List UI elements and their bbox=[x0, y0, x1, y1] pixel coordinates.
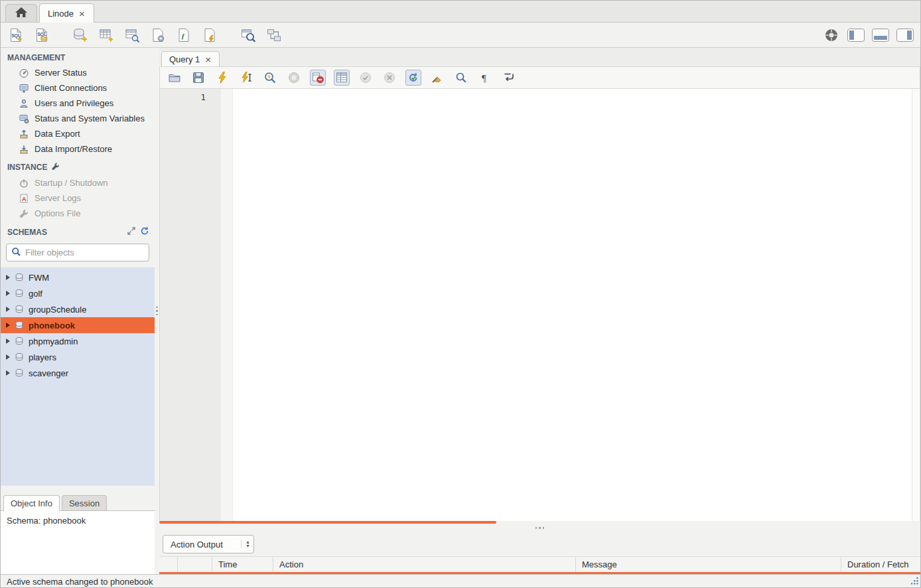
schema-name: groupSchedule bbox=[29, 305, 86, 315]
editor-vertical-scrollbar[interactable] bbox=[912, 89, 920, 521]
wrench-icon bbox=[19, 208, 29, 219]
main-toolbar-right bbox=[823, 27, 914, 44]
create-table-icon[interactable] bbox=[98, 27, 115, 44]
open-script-icon[interactable] bbox=[167, 70, 182, 86]
column-header-index[interactable] bbox=[159, 557, 178, 572]
toggle-left-sidebar-icon[interactable] bbox=[847, 27, 865, 44]
action-output-header: Time Action Message Duration / Fetch bbox=[159, 556, 920, 572]
expander-icon[interactable] bbox=[6, 275, 10, 280]
sidebar-item-data-import[interactable]: Data Import/Restore bbox=[1, 141, 155, 157]
status-message: Active schema changed to phonebook bbox=[7, 577, 153, 587]
expander-icon[interactable] bbox=[6, 323, 10, 328]
sidebar-item-server-status[interactable]: Server Status bbox=[1, 65, 155, 80]
create-procedure-icon[interactable] bbox=[149, 27, 167, 44]
explain-icon[interactable] bbox=[262, 70, 278, 86]
line-number-gutter: 1 bbox=[160, 89, 221, 521]
resize-grip-icon[interactable] bbox=[910, 576, 919, 587]
column-header-message[interactable]: Message bbox=[576, 557, 841, 572]
stop-icon bbox=[286, 70, 302, 86]
management-section-header: MANAGEMENT bbox=[1, 48, 155, 65]
expander-icon[interactable] bbox=[6, 291, 10, 296]
schema-row-scavenger[interactable]: scavenger bbox=[1, 365, 155, 381]
schema-row-phpmyadmin[interactable]: phpmyadmin bbox=[1, 333, 155, 349]
wrap-text-icon[interactable] bbox=[501, 70, 517, 86]
execute-icon[interactable] bbox=[214, 70, 230, 86]
sidebar-item-label: Startup / Shutdown bbox=[35, 178, 108, 188]
save-script-icon[interactable] bbox=[190, 70, 206, 86]
show-invisibles-icon[interactable]: ¶ bbox=[477, 70, 493, 86]
find-icon[interactable] bbox=[453, 70, 469, 86]
column-header-time[interactable]: Time bbox=[212, 557, 273, 572]
toggle-right-sidebar-icon[interactable] bbox=[896, 27, 914, 44]
create-trigger-icon[interactable] bbox=[201, 27, 218, 44]
notification-icon[interactable] bbox=[823, 27, 840, 44]
tab-object-info[interactable]: Object Info bbox=[3, 495, 60, 511]
sidebar-splitter[interactable] bbox=[155, 48, 159, 574]
query-workspace: Query 1 × bbox=[159, 48, 920, 574]
expand-panel-icon[interactable] bbox=[127, 226, 136, 238]
create-function-icon[interactable]: ƒ bbox=[175, 27, 192, 44]
schema-row-fwm[interactable]: FWM bbox=[1, 269, 155, 285]
schema-row-phonebook[interactable]: phonebook bbox=[1, 317, 155, 333]
search-table-data-icon[interactable] bbox=[240, 27, 257, 44]
tab-session[interactable]: Session bbox=[62, 495, 107, 510]
expander-icon[interactable] bbox=[6, 338, 10, 344]
column-header-action[interactable]: Action bbox=[273, 557, 576, 572]
sidebar-item-label: Options File bbox=[35, 208, 80, 218]
close-query-tab-icon[interactable]: × bbox=[204, 54, 212, 64]
schema-row-golf[interactable]: golf bbox=[1, 285, 155, 301]
clear-query-icon[interactable] bbox=[429, 70, 445, 86]
main-toolbar: SQL SQL ƒ bbox=[1, 23, 920, 48]
create-view-icon[interactable] bbox=[123, 27, 141, 44]
query-tab-bar: Query 1 × bbox=[159, 48, 920, 66]
new-sql-tab-icon[interactable]: SQL bbox=[7, 27, 25, 44]
sidebar-item-system-variables[interactable]: Status and System Variables bbox=[1, 111, 155, 126]
sidebar-item-client-connections[interactable]: Client Connections bbox=[1, 80, 155, 96]
database-icon bbox=[15, 352, 24, 362]
scrollbar-thumb[interactable] bbox=[159, 521, 496, 524]
schema-tree: FWM golf groupSchedule bbox=[1, 267, 155, 486]
tab-query-1[interactable]: Query 1 × bbox=[161, 51, 220, 67]
connection-tab-linode[interactable]: Linode × bbox=[39, 3, 94, 23]
sql-editor-region: 1 bbox=[159, 89, 920, 521]
toggle-autocommit-icon[interactable] bbox=[405, 70, 421, 86]
expander-icon[interactable] bbox=[6, 370, 10, 376]
sql-editor[interactable] bbox=[233, 89, 912, 521]
open-sql-script-icon[interactable]: SQL bbox=[33, 27, 50, 44]
schema-name: phpmyadmin bbox=[29, 336, 78, 346]
schema-name: FWM bbox=[29, 273, 49, 283]
export-icon bbox=[19, 129, 29, 139]
selector-spin-icon[interactable]: ▲ ▼ bbox=[241, 540, 250, 549]
schema-row-groupschedule[interactable]: groupSchedule bbox=[1, 301, 155, 317]
schema-filter-input[interactable] bbox=[25, 248, 144, 257]
sidebar-item-users-privileges[interactable]: Users and Privileges bbox=[1, 96, 155, 111]
refresh-icon[interactable] bbox=[140, 226, 149, 238]
column-header-duration-fetch[interactable]: Duration / Fetch bbox=[841, 557, 920, 572]
editor-horizontal-scrollbar[interactable] bbox=[159, 521, 920, 524]
sidebar-item-server-logs[interactable]: A Server Logs bbox=[1, 190, 155, 206]
home-tab[interactable] bbox=[5, 4, 37, 22]
sidebar-item-options-file[interactable]: Options File bbox=[1, 206, 155, 221]
limit-rows-icon[interactable] bbox=[334, 70, 350, 86]
column-header-status[interactable] bbox=[178, 557, 212, 572]
main-toolbar-left: SQL SQL ƒ bbox=[7, 27, 283, 44]
mysql-workbench-window: Linode × SQL SQL bbox=[0, 0, 921, 588]
sidebar-item-startup-shutdown[interactable]: Startup / Shutdown bbox=[1, 175, 155, 190]
output-splitter[interactable] bbox=[159, 524, 920, 532]
schema-name: golf bbox=[29, 289, 42, 299]
execute-current-icon[interactable] bbox=[238, 70, 254, 86]
expander-icon[interactable] bbox=[6, 354, 10, 360]
schema-row-players[interactable]: players bbox=[1, 349, 155, 365]
sidebar-item-data-export[interactable]: Data Export bbox=[1, 126, 155, 141]
close-tab-icon[interactable]: × bbox=[78, 9, 86, 19]
database-icon bbox=[15, 336, 24, 346]
toggle-stop-on-error-icon[interactable] bbox=[310, 70, 326, 86]
output-view-selector[interactable]: Action Output ▲ ▼ bbox=[163, 535, 254, 553]
expander-icon[interactable] bbox=[6, 307, 10, 312]
database-icon bbox=[15, 273, 24, 282]
reconnect-dbms-icon[interactable] bbox=[265, 27, 283, 44]
create-schema-icon[interactable] bbox=[72, 27, 89, 44]
toggle-output-area-icon[interactable] bbox=[872, 27, 889, 44]
search-icon bbox=[11, 247, 21, 259]
tab-label: Object Info bbox=[11, 498, 52, 508]
